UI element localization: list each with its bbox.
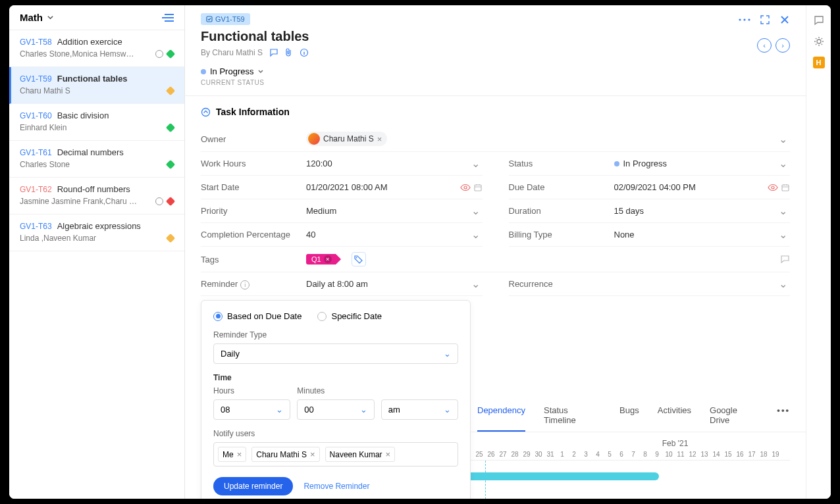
chevron-down-icon: ⌄ [444,349,451,359]
close-icon[interactable] [779,14,790,25]
attachment-icon[interactable] [285,48,293,57]
calendar-icon[interactable] [781,183,790,192]
status-field[interactable]: In Progress [614,159,777,168]
chevron-down-icon[interactable]: ⌄ [776,133,790,145]
info-icon[interactable]: i [240,280,249,290]
chevron-down-icon[interactable]: ⌄ [469,228,483,241]
reminder-type-select[interactable]: Daily⌄ [213,343,458,364]
task-item[interactable]: GV1-T61Decimal numbers Charles Stone [9,141,184,178]
gantt-task-bar[interactable] [461,472,659,480]
chevron-down-icon[interactable]: ⌄ [776,157,790,170]
task-item[interactable]: GV1-T59Functional tables Charu Mathi S [9,67,184,104]
tab-status-timeline[interactable]: Status Timeline [544,399,601,432]
task-icon [206,16,213,22]
priority-field[interactable]: Medium [306,206,469,216]
task-item[interactable]: GV1-T63Algebraic expressions Linda ,Nave… [9,214,184,251]
chat-icon[interactable] [813,14,825,26]
right-rail: H [806,5,831,499]
start-date-field[interactable]: 01/20/2021 08:00 AM [306,182,460,192]
status-diamond-icon [166,160,175,169]
user-token[interactable]: Charu Mathi S × [251,447,319,462]
avatar-icon [308,133,320,145]
tab-google-drive[interactable]: Google Drive [710,399,758,432]
work-hours-field[interactable]: 120:00 [306,159,469,168]
more-icon[interactable] [739,15,750,24]
task-item[interactable]: GV1-T62Round-off numbers Jasmine Jasmine… [9,178,184,214]
due-date-field[interactable]: 02/09/2021 04:00 PM [614,182,768,192]
completion-label: Completion Percentage [201,230,306,239]
svg-point-10 [356,257,357,258]
minutes-select[interactable]: 00⌄ [297,399,374,420]
reminder-field[interactable]: Daily at 8:00 am [306,279,469,289]
status-diamond-icon [166,123,175,132]
chevron-down-icon[interactable]: ⌄ [469,278,483,290]
clock-icon [155,50,163,58]
status-label: CURRENT STATUS [201,79,790,86]
visibility-icon[interactable] [768,184,778,191]
tags-label: Tags [201,255,306,265]
user-token[interactable]: Me × [218,447,246,462]
next-task-button[interactable]: › [775,38,790,53]
tab-dependency[interactable]: Dependency [477,399,525,432]
reminder-panel: Based on Due Date Specific Date Reminder… [201,300,471,499]
svg-rect-9 [782,185,789,191]
owner-label: Owner [201,134,306,144]
comment-icon[interactable] [780,255,790,264]
status-diamond-icon [166,197,175,206]
hours-label: Hours [213,386,290,395]
menu-icon[interactable] [162,13,174,22]
remove-user-icon[interactable]: × [310,449,315,459]
radio-based-on-due[interactable]: Based on Due Date [213,311,302,321]
remove-tag-icon[interactable]: × [324,255,332,263]
chevron-down-icon[interactable]: ⌄ [776,228,790,241]
reminder-type-label: Reminder Type [213,330,458,340]
sidebar-project-selector[interactable]: Math [20,12,54,23]
remove-user-icon[interactable]: × [237,449,242,459]
radio-specific-date[interactable]: Specific Date [317,311,382,321]
tag-icon [354,255,363,264]
status-selector[interactable]: In Progress [201,66,790,76]
prev-task-button[interactable]: ‹ [757,38,772,53]
recurrence-label: Recurrence [509,279,614,289]
update-reminder-button[interactable]: Update reminder [213,477,293,495]
due-date-label: Due Date [509,182,614,192]
collapse-icon[interactable] [201,107,211,117]
svg-point-5 [202,108,210,116]
expand-icon[interactable] [760,14,770,25]
task-id-badge: GV1-T59 [201,13,250,25]
chevron-down-icon[interactable]: ⌄ [776,205,790,217]
remove-reminder-link[interactable]: Remove Reminder [303,482,369,491]
hours-select[interactable]: 08⌄ [213,399,290,420]
owner-field[interactable]: Charu Mathi S× [306,132,776,146]
status-dot-icon [201,69,206,74]
calendar-icon[interactable] [473,183,483,192]
billing-field[interactable]: None [614,230,777,239]
gear-icon[interactable] [813,36,825,47]
start-date-label: Start Date [201,182,306,192]
ampm-select[interactable]: am⌄ [381,399,458,420]
user-token[interactable]: Naveen Kumar × [325,447,396,462]
help-badge[interactable]: H [813,57,825,68]
add-tag-button[interactable] [352,252,366,266]
chevron-down-icon[interactable]: ⌄ [776,278,790,290]
chevron-down-icon[interactable]: ⌄ [469,205,483,217]
priority-label: Priority [201,206,306,216]
duration-field[interactable]: 15 days [614,206,777,216]
time-label: Time [213,373,458,382]
svg-rect-7 [475,185,481,191]
remove-owner-icon[interactable]: × [377,134,382,144]
task-item[interactable]: GV1-T58Addition exercice Charles Stone,M… [9,30,184,67]
task-item[interactable]: GV1-T60Basic division Einhard Klein [9,104,184,141]
chevron-down-icon[interactable]: ⌄ [469,157,483,170]
tab-activities[interactable]: Activities [658,399,691,432]
info-icon[interactable] [300,48,309,57]
visibility-icon[interactable] [460,184,471,191]
tags-field[interactable]: Q1× [306,252,780,266]
task-title: Functional tables [201,29,790,44]
tab-bugs[interactable]: Bugs [619,399,639,432]
tabs-more-button[interactable]: ••• [777,399,790,432]
comment-icon[interactable] [269,48,278,57]
notify-users-field[interactable]: Me ×Charu Mathi S ×Naveen Kumar × [213,442,458,466]
remove-user-icon[interactable]: × [386,449,391,459]
completion-field[interactable]: 40 [306,230,469,239]
